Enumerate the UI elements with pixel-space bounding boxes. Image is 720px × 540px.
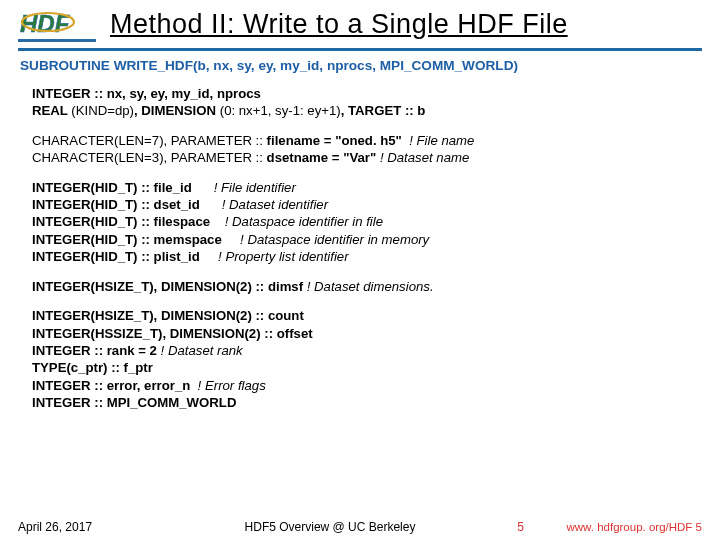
code-block: INTEGER(HSIZE_T), DIMENSION(2) :: dimsf … (32, 278, 706, 295)
hdf-logo: HDF (18, 6, 96, 42)
slide-body: SUBROUTINE WRITE_HDF(b, nx, sy, ey, my_i… (0, 57, 720, 412)
code-line: INTEGER(HID_T) :: filespace ! Dataspace … (32, 213, 706, 230)
code-line: INTEGER :: nx, sy, ey, my_id, nprocs (32, 85, 706, 102)
header-rule (18, 48, 702, 51)
code-line: INTEGER :: error, error_n ! Error flags (32, 377, 706, 394)
slide-header: HDF Method II: Write to a Single HDF Fil… (0, 0, 720, 44)
code-block: CHARACTER(LEN=7), PARAMETER :: filename … (32, 132, 706, 167)
code-line: CHARACTER(LEN=3), PARAMETER :: dsetname … (32, 149, 706, 166)
footer-date: April 26, 2017 (18, 520, 178, 534)
code-line: INTEGER(HSIZE_T), DIMENSION(2) :: dimsf … (32, 278, 706, 295)
slide-footer: April 26, 2017 HDF5 Overview @ UC Berkel… (0, 520, 720, 534)
footer-url: www. hdfgroup. org/HDF 5 (542, 521, 702, 533)
code-line: INTEGER(HID_T) :: file_id ! File identif… (32, 179, 706, 196)
subroutine-signature: SUBROUTINE WRITE_HDF(b, nx, sy, ey, my_i… (20, 57, 706, 75)
footer-page: 5 (482, 520, 542, 534)
code-block: INTEGER :: nx, sy, ey, my_id, nprocsREAL… (32, 85, 706, 120)
code-line: INTEGER :: rank = 2 ! Dataset rank (32, 342, 706, 359)
footer-title: HDF5 Overview @ UC Berkeley (178, 520, 482, 534)
code-line: CHARACTER(LEN=7), PARAMETER :: filename … (32, 132, 706, 149)
code-line: INTEGER(HSIZE_T), DIMENSION(2) :: count (32, 307, 706, 324)
slide-title: Method II: Write to a Single HDF File (110, 9, 568, 40)
code-line: REAL (KIND=dp), DIMENSION (0: nx+1, sy-1… (32, 102, 706, 119)
code-block: INTEGER(HID_T) :: file_id ! File identif… (32, 179, 706, 266)
code-line: INTEGER(HID_T) :: memspace ! Dataspace i… (32, 231, 706, 248)
code-line: TYPE(c_ptr) :: f_ptr (32, 359, 706, 376)
code-line: INTEGER(HID_T) :: dset_id ! Dataset iden… (32, 196, 706, 213)
code-line: INTEGER(HSSIZE_T), DIMENSION(2) :: offse… (32, 325, 706, 342)
code-line: INTEGER(HID_T) :: plist_id ! Property li… (32, 248, 706, 265)
code-block: INTEGER(HSIZE_T), DIMENSION(2) :: countI… (32, 307, 706, 412)
code-line: INTEGER :: MPI_COMM_WORLD (32, 394, 706, 411)
